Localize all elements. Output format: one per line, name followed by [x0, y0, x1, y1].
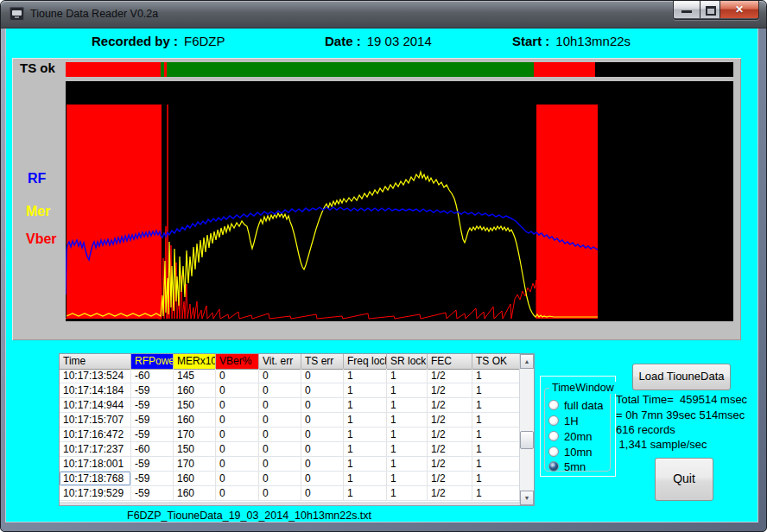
time-window-option-full-data[interactable]: full data: [548, 399, 604, 411]
table-cell[interactable]: 150: [174, 398, 216, 413]
radio-icon[interactable]: [548, 415, 559, 426]
table-cell[interactable]: 1: [344, 428, 387, 442]
quit-button[interactable]: Quit: [655, 458, 713, 501]
column-header[interactable]: Vit. err: [259, 354, 301, 370]
table-cell[interactable]: 160: [174, 486, 216, 501]
column-header[interactable]: TS err: [301, 354, 344, 370]
table-cell[interactable]: -59: [131, 398, 174, 413]
table-cell[interactable]: 1: [387, 398, 428, 413]
maximize-button[interactable]: [700, 1, 720, 18]
table-cell[interactable]: 1: [387, 472, 428, 486]
table-cell[interactable]: 1: [472, 442, 520, 457]
table-cell[interactable]: 0: [216, 486, 259, 501]
table-cell[interactable]: 1/2: [428, 428, 472, 442]
table-cell[interactable]: 0: [259, 428, 301, 442]
column-header[interactable]: SR lock: [387, 354, 428, 370]
table-cell[interactable]: 160: [174, 383, 216, 398]
table-cell[interactable]: 0: [301, 369, 344, 383]
table-cell[interactable]: 1: [344, 472, 387, 486]
table-cell[interactable]: 0: [216, 398, 259, 413]
table-cell[interactable]: 0: [259, 486, 301, 501]
radio-icon[interactable]: [548, 431, 559, 441]
table-cell[interactable]: 1: [472, 472, 520, 486]
table-cell[interactable]: 0: [216, 413, 259, 428]
radio-icon[interactable]: [548, 446, 559, 457]
radio-icon[interactable]: [548, 400, 559, 410]
column-header[interactable]: FEC: [428, 354, 472, 370]
table-cell[interactable]: 10:17:18:768: [60, 472, 131, 486]
table-cell[interactable]: 0: [301, 442, 344, 457]
table-cell[interactable]: 0: [259, 413, 301, 428]
column-header[interactable]: RFPower: [131, 354, 174, 370]
table-cell[interactable]: 10:17:19:529: [60, 486, 131, 501]
table-cell[interactable]: 1/2: [428, 457, 472, 472]
time-window-option-10mn[interactable]: 10mn: [548, 446, 593, 458]
table-cell[interactable]: 1: [344, 369, 387, 383]
table-cell[interactable]: 170: [174, 457, 216, 472]
table-cell[interactable]: 1: [344, 398, 387, 413]
scroll-up-arrow-icon[interactable]: ▲: [520, 354, 534, 369]
scroll-down-arrow-icon[interactable]: ▼: [520, 491, 534, 505]
table-cell[interactable]: 0: [301, 413, 344, 428]
column-header[interactable]: TS OK: [472, 354, 520, 370]
table-cell[interactable]: 1: [472, 369, 520, 383]
table-cell[interactable]: -59: [131, 472, 174, 486]
table-cell[interactable]: 10:17:17:237: [60, 442, 131, 457]
table-cell[interactable]: 10:17:18:001: [60, 457, 131, 472]
table-cell[interactable]: 160: [174, 472, 216, 486]
table-cell[interactable]: 0: [216, 383, 259, 398]
close-button[interactable]: ✕: [720, 1, 758, 18]
minimize-button[interactable]: [674, 1, 700, 18]
table-cell[interactable]: 10:17:14:944: [60, 398, 131, 413]
load-tiounedata-button[interactable]: Load TiouneData: [632, 364, 731, 390]
grid-vertical-scrollbar[interactable]: ▲ ▼: [519, 354, 534, 505]
column-header[interactable]: Freq lock: [344, 354, 387, 370]
table-cell[interactable]: 1/2: [428, 442, 472, 457]
table-cell[interactable]: 0: [216, 442, 259, 457]
table-cell[interactable]: 1: [387, 383, 428, 398]
table-cell[interactable]: -59: [131, 413, 174, 428]
table-cell[interactable]: 0: [301, 472, 344, 486]
table-cell[interactable]: 0: [216, 457, 259, 472]
table-cell[interactable]: 1: [472, 413, 520, 428]
table-cell[interactable]: 1/2: [428, 486, 472, 501]
table-cell[interactable]: 10:17:16:472: [60, 428, 131, 442]
table-cell[interactable]: 0: [259, 398, 301, 413]
table-cell[interactable]: 150: [174, 442, 216, 457]
table-cell[interactable]: 0: [301, 457, 344, 472]
table-cell[interactable]: 170: [174, 428, 216, 442]
table-cell[interactable]: 1: [387, 457, 428, 472]
table-cell[interactable]: 1/2: [428, 369, 472, 383]
table-cell[interactable]: 0: [259, 369, 301, 383]
table-cell[interactable]: 1: [344, 442, 387, 457]
table-cell[interactable]: 1: [387, 428, 428, 442]
column-header[interactable]: Time: [60, 354, 131, 370]
table-cell[interactable]: -59: [131, 428, 174, 442]
table-cell[interactable]: 0: [301, 428, 344, 442]
table-cell[interactable]: 0: [259, 442, 301, 457]
table-cell[interactable]: 1: [344, 457, 387, 472]
table-cell[interactable]: 145: [174, 369, 216, 383]
table-cell[interactable]: 1: [472, 383, 520, 398]
table-cell[interactable]: -59: [131, 457, 174, 472]
table-cell[interactable]: 1: [472, 398, 520, 413]
table-cell[interactable]: 0: [259, 457, 301, 472]
table-cell[interactable]: 1: [472, 457, 520, 472]
table-cell[interactable]: 1: [472, 486, 520, 501]
scrollbar-thumb[interactable]: [520, 431, 534, 449]
table-cell[interactable]: -59: [131, 383, 174, 398]
time-window-option-1H[interactable]: 1H: [548, 415, 579, 427]
table-cell[interactable]: 1: [344, 413, 387, 428]
table-cell[interactable]: 0: [301, 383, 344, 398]
table-cell[interactable]: 1/2: [428, 413, 472, 428]
table-cell[interactable]: 0: [259, 383, 301, 398]
table-cell[interactable]: 1/2: [428, 398, 472, 413]
time-window-option-20mn[interactable]: 20mn: [548, 430, 593, 442]
table-cell[interactable]: -59: [131, 486, 174, 501]
radio-icon[interactable]: [548, 461, 559, 472]
table-cell[interactable]: 0: [259, 472, 301, 486]
table-cell[interactable]: 1: [387, 413, 428, 428]
table-cell[interactable]: 0: [216, 428, 259, 442]
table-cell[interactable]: 1: [344, 383, 387, 398]
table-cell[interactable]: 0: [301, 398, 344, 413]
